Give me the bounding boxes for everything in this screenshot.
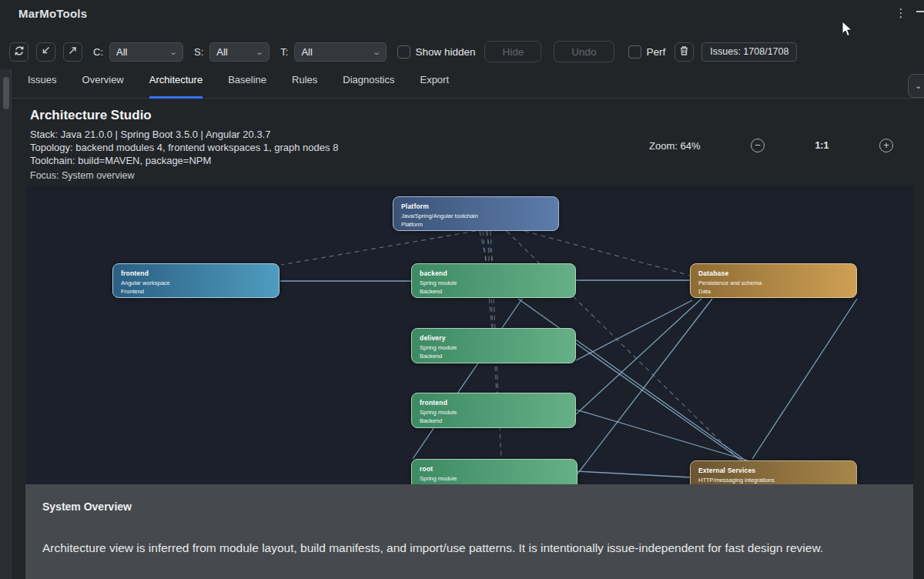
zoom-reset-button[interactable]: 1:1 (815, 140, 829, 151)
app-window: MarMoTools ⋮ (0, 0, 924, 579)
arrow-down-left-icon (41, 45, 51, 58)
show-hidden-group: Show hidden (397, 45, 475, 59)
node-title: Platform (401, 202, 551, 210)
perf-label: Perf (647, 46, 666, 58)
node-title: root (420, 465, 569, 473)
top-bar: MarMoTools ⋮ (0, 0, 924, 31)
node-subtitle: Angular workspace (121, 279, 271, 288)
open-external-button[interactable] (63, 42, 82, 62)
toolbar: C: All ⌄ S: All ⌄ T: All ⌄ Show hidden H… (9, 41, 797, 62)
zoom-level-label: Zoom: 64% (649, 140, 700, 152)
trash-icon (679, 45, 689, 59)
node-category: Platform (401, 221, 551, 229)
filter-t-select[interactable]: All ⌄ (294, 42, 387, 62)
graph-node-database[interactable]: Database Persistence and schema Data (690, 263, 857, 298)
left-scroll-rail (0, 69, 12, 579)
node-subtitle: Java/Spring/Angular toolchain (401, 213, 551, 221)
kebab-menu-icon[interactable]: ⋮ (895, 5, 907, 21)
filter-group-c: C: All ⌄ (93, 42, 183, 62)
toolchain-line: Toolchain: build=MAVEN, package=NPM (30, 154, 338, 167)
graph-node-frontend-module[interactable]: frontend Spring module Backend (411, 393, 576, 428)
refresh-icon (14, 45, 25, 59)
arrow-up-right-icon (68, 45, 78, 58)
undo-button[interactable]: Undo (554, 41, 614, 62)
node-title: frontend (420, 399, 567, 407)
graph-node-frontend-workspace[interactable]: frontend Angular workspace Frontend (112, 263, 280, 298)
tab-rules[interactable]: Rules (292, 74, 317, 99)
show-hidden-label: Show hidden (415, 46, 475, 58)
tab-architecture[interactable]: Architecture (149, 74, 203, 99)
perf-checkbox[interactable] (628, 45, 641, 59)
node-category: Frontend (121, 288, 271, 296)
node-subtitle: Spring module (420, 279, 567, 288)
graph-node-delivery[interactable]: delivery Spring module Backend (411, 328, 576, 363)
tab-bar: Issues Overview Architecture Baseline Ru… (28, 74, 449, 99)
chevron-down-icon: ⌄ (169, 48, 178, 56)
chevron-down-icon: ⌄ (915, 81, 922, 91)
zoom-controls: Zoom: 64% − 1:1 + (649, 137, 893, 154)
panel-expand-button[interactable]: ⌄ (908, 74, 924, 98)
filter-s-value: All (216, 46, 227, 58)
node-subtitle: Spring module (420, 409, 567, 417)
filter-t-label: T: (280, 46, 288, 58)
tab-baseline[interactable]: Baseline (228, 74, 266, 99)
node-category: Backend (420, 417, 567, 426)
topology-line: Topology: backend modules 4, frontend wo… (30, 141, 338, 154)
page-title: Architecture Studio (30, 108, 152, 123)
node-title: frontend (121, 269, 271, 277)
chevron-down-icon: ⌄ (255, 48, 264, 56)
overview-title: System Overview (42, 500, 132, 513)
node-subtitle: Spring module (420, 344, 567, 353)
collapse-button[interactable] (36, 42, 55, 62)
tab-diagnostics[interactable]: Diagnostics (343, 74, 394, 99)
node-subtitle: Persistence and schema (698, 279, 849, 288)
node-category: Backend (420, 288, 567, 296)
focus-line: Focus: System overview (30, 170, 134, 181)
filter-c-label: C: (93, 46, 103, 58)
overview-body: Architecture view is inferred from modul… (42, 539, 897, 557)
node-subtitle: HTTP/messaging integrations (698, 477, 849, 484)
filter-s-label: S: (194, 46, 203, 58)
graph-node-root[interactable]: root Spring module (411, 459, 578, 484)
scrollbar-thumb[interactable] (3, 77, 9, 109)
filter-c-select[interactable]: All ⌄ (109, 42, 183, 62)
node-title: delivery (420, 334, 567, 342)
tab-overview[interactable]: Overview (82, 74, 124, 99)
node-category: Backend (420, 353, 567, 361)
node-subtitle: Spring module (420, 475, 569, 484)
delete-button[interactable] (675, 42, 694, 62)
refresh-button[interactable] (9, 42, 28, 62)
graph-node-external-services[interactable]: External Services HTTP/messaging integra… (690, 460, 857, 484)
node-title: External Services (698, 467, 849, 474)
show-hidden-checkbox[interactable] (397, 45, 410, 59)
architecture-graph-canvas[interactable]: Platform Java/Spring/Angular toolchain P… (25, 185, 913, 484)
system-overview-panel: System Overview Architecture view is inf… (25, 484, 913, 579)
zoom-in-button[interactable]: + (879, 139, 893, 152)
zoom-out-button[interactable]: − (751, 139, 765, 152)
graph-node-platform[interactable]: Platform Java/Spring/Angular toolchain P… (393, 196, 559, 231)
node-category: Data (698, 288, 849, 296)
issues-count-badge: Issues: 1708/1708 (701, 42, 797, 62)
filter-group-t: T: All ⌄ (280, 42, 387, 62)
tab-export[interactable]: Export (420, 74, 449, 99)
perf-group: Perf (628, 45, 666, 59)
filter-s-select[interactable]: All ⌄ (209, 42, 270, 62)
filter-t-value: All (301, 46, 312, 58)
node-title: backend (420, 269, 567, 277)
node-title: Database (698, 269, 849, 277)
filter-group-s: S: All ⌄ (194, 42, 270, 62)
tab-issues[interactable]: Issues (28, 74, 57, 99)
stack-line: Stack: Java 21.0.0 | Spring Boot 3.5.0 |… (30, 128, 338, 141)
graph-node-backend[interactable]: backend Spring module Backend (411, 263, 576, 298)
filter-c-value: All (116, 46, 127, 58)
window-minimize-icon[interactable] (916, 11, 924, 12)
chevron-down-icon: ⌄ (372, 48, 381, 56)
hide-button[interactable]: Hide (484, 41, 541, 62)
studio-meta: Stack: Java 21.0.0 | Spring Boot 3.5.0 |… (30, 128, 338, 167)
app-title: MarMoTools (18, 7, 87, 20)
